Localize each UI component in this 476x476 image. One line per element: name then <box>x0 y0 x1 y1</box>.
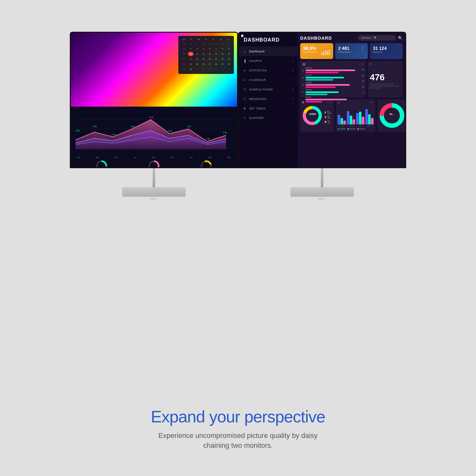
sidebar-item-calendar[interactable]: ▭ CALENDAR ▾ <box>239 75 298 85</box>
cal-header-fr: fr <box>211 38 216 40</box>
sidebar-label-sample-pages: SAMPLE PAGES <box>249 88 273 91</box>
svg-text:4.2k: 4.2k <box>149 116 154 118</box>
bar-years: 2019 2020 2021 2022 <box>338 125 374 127</box>
sidebar-item-support[interactable]: ? SUPPORT <box>239 113 298 123</box>
hbar-chart-card: ▐▐ + ✕ 35 25 15 <box>300 61 366 97</box>
calendar-body: 48 26 27 28 29 30 1 2 49 3 4 5 <box>181 42 231 71</box>
stat-card-blue: 2 481 ADIPISCING ELIT 👤 <box>335 43 368 59</box>
chart-month-labels: Apr May Jun Jul Aug Sep Oct Nov Dec <box>76 156 232 158</box>
donut-3: 20% <box>200 160 213 167</box>
sidebar-label-support: SUPPORT <box>249 116 264 120</box>
donut-legend-2: $9 500 <box>325 115 332 119</box>
svg-rect-24 <box>327 51 328 55</box>
cal-header-th: th <box>203 38 209 40</box>
week-48: 48 <box>181 42 187 46</box>
sidebar-label-charts: CHARTS <box>249 59 262 63</box>
cal-header-su: su <box>225 38 231 40</box>
sidebar-item-statistick[interactable]: ≡ STATISTICK ▾ <box>239 66 298 75</box>
svg-text:3.2k: 3.2k <box>168 130 172 132</box>
sidebar-label-statistick: STATISTICK <box>249 69 267 72</box>
sidebar-label-messages: MESSAGES <box>249 97 267 101</box>
svg-text:2.1k: 2.1k <box>112 133 116 136</box>
chevron-calendar: ▾ <box>293 79 294 81</box>
monitor-left: mo tu we th fr sa su 48 26 27 <box>70 32 238 200</box>
cal-header-mo: mo <box>181 38 187 40</box>
hbar-close-btn[interactable]: ✕ <box>362 63 364 66</box>
week-49: 49 <box>181 47 187 51</box>
chevron-messages: ▾ <box>293 98 294 100</box>
donut-legend: $1 1300 $9 500 $3 700 <box>325 110 332 124</box>
hbar-chart-title: ▐▐ <box>302 63 305 65</box>
chevron-statistick: ▾ <box>293 69 294 72</box>
svg-rect-22 <box>323 51 324 55</box>
bottom-row: 🔍 + ✕ <box>300 99 403 132</box>
search-icon-card: 🔍 <box>302 102 305 104</box>
cal-header-tu: tu <box>188 38 194 40</box>
monitor-left-base <box>122 187 186 197</box>
monitors-container: mo tu we th fr sa su 48 26 27 <box>10 32 466 200</box>
bar-legend: LOREM DOLOR IPSUM <box>338 128 374 130</box>
donut-card: 🔍 + ✕ <box>300 99 334 132</box>
bar-chart-icon: ▐ <box>243 59 247 63</box>
value-card-content: 476 LOREM IPSUM DOLOR SIT AMET CONSECTET… <box>370 66 401 95</box>
week-51: 51 <box>181 57 187 61</box>
sub-headline: Experience uncompromised picture quality… <box>0 431 476 451</box>
week-50: 50 <box>181 52 187 56</box>
monitor-left-brand: DELL <box>150 197 158 200</box>
home-icon: ⌂ <box>243 50 247 53</box>
right-monitor-content: DASHBOARD ⌂ Dashboard ▐ CHARTS ▾ <box>239 33 405 167</box>
search-placeholder: SEARCH... <box>361 37 372 39</box>
dollar-label: $ <box>370 63 371 65</box>
mini-bar-chart <box>338 105 374 124</box>
help-icon: ? <box>243 116 247 120</box>
line-chart-svg: 3.8k 2.5k 2.1k 3.2k 4.2k 3.2k 1.6k 1.2k … <box>76 110 232 155</box>
svg-text:3.2k: 3.2k <box>130 125 135 128</box>
svg-rect-23 <box>325 50 326 55</box>
sidebar-item-messages[interactable]: ☐ MESSAGES ▾ <box>239 94 298 104</box>
svg-text:1.6k: 1.6k <box>187 125 191 128</box>
chevron-charts: ▾ <box>293 60 294 62</box>
stat-card-dark: 31 124 SED DO EIU... <box>370 43 403 59</box>
left-chart-area: 3.8k 2.5k 2.1k 3.2k 4.2k 3.2k 1.6k 1.2k … <box>71 107 237 167</box>
svg-rect-25 <box>329 50 330 55</box>
line-chart-icon: ≡ <box>243 69 247 72</box>
value-big-number: 476 <box>370 72 385 82</box>
bar-add-btn[interactable]: + <box>369 101 370 104</box>
dashboard-main: DASHBOARD SEARCH... 🔍 🔍 98,5% <box>298 33 405 167</box>
stats-row: 98,5% LOREM IPSUM SIT <box>300 43 403 59</box>
donut-1: 25% <box>95 160 108 167</box>
charts-row: ▐▐ + ✕ 35 25 15 <box>300 61 403 97</box>
chevron-sample-pages: ▾ <box>293 88 294 91</box>
value-description: LOREM IPSUM DOLOR SIT AMET CONSECTETUR A… <box>370 83 401 89</box>
hbar-add-btn[interactable]: + <box>359 63 361 66</box>
donut-charts-row: 25% 55% <box>76 160 232 167</box>
sidebar-label-calendar: CALENDAR <box>249 78 266 82</box>
big-donut-card: 📄 $1... <box>377 99 405 132</box>
svg-text:3.8k: 3.8k <box>76 130 80 132</box>
left-monitor-top: mo tu we th fr sa su 48 26 27 <box>71 33 237 107</box>
sidebar-label-settings: SET TINGS <box>249 107 266 110</box>
bar-close-btn[interactable]: ✕ <box>371 101 374 104</box>
sidebar-item-sample-pages[interactable]: ☐ SAMPLE PAGES ▾ <box>239 85 298 94</box>
week-53: 53 <box>181 67 187 71</box>
svg-text:+24500: +24500 <box>308 113 316 115</box>
svg-text:1.2k: 1.2k <box>206 138 210 140</box>
stat-sub-2: ADIPISCING ELIT <box>338 51 365 53</box>
monitor-right: DASHBOARD ⌂ Dashboard ▐ CHARTS ▾ <box>238 32 406 200</box>
hbar-container: 35 25 15 5 VENIAM <box>302 67 364 96</box>
sidebar-item-dashboard[interactable]: ⌂ Dashboard <box>239 47 298 56</box>
messages-icon: ☐ <box>243 97 247 101</box>
calendar-icon: ▭ <box>243 78 247 82</box>
monitor-right-screen: DASHBOARD ⌂ Dashboard ▐ CHARTS ▾ <box>238 32 406 168</box>
sidebar-item-settings[interactable]: ⚙ SET TINGS <box>239 104 298 113</box>
cal-header-sa: sa <box>218 38 224 40</box>
sidebar-item-charts[interactable]: ▐ CHARTS ▾ <box>239 56 298 66</box>
monitor-left-screen: mo tu we th fr sa su 48 26 27 <box>70 32 238 168</box>
stat-value-3: 31 124 <box>373 46 400 51</box>
left-monitor-content: mo tu we th fr sa su 48 26 27 <box>71 33 237 167</box>
svg-rect-21 <box>321 53 322 55</box>
donut-2: 55% <box>148 160 160 167</box>
cal-header-we: we <box>196 38 202 40</box>
donut-legend-1: $1 1300 <box>325 110 332 114</box>
stat-card-gold: 98,5% LOREM IPSUM SIT <box>300 43 333 59</box>
